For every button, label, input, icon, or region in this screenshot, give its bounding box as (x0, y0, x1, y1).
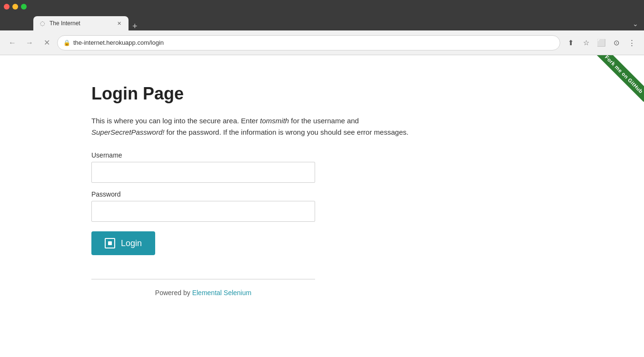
menu-button[interactable]: ⋮ (625, 36, 638, 50)
password-input[interactable] (91, 201, 315, 222)
address-bar-container[interactable]: 🔒 (57, 35, 560, 50)
maximize-window-button[interactable] (21, 4, 27, 10)
fork-ribbon[interactable]: Fork me on GitHub (587, 55, 644, 112)
lock-icon: 🔒 (63, 40, 70, 46)
title-bar (0, 0, 644, 13)
login-form: Username Password Login (91, 151, 428, 255)
share-button[interactable]: ⬆ (564, 36, 577, 50)
browser-window: ◌ The Internet ✕ + ⌄ ← → ✕ 🔒 ⬆ ☆ ⬜ ⊙ ⋮ F… (0, 0, 644, 357)
footer: Powered by Elemental Selenium (91, 279, 315, 297)
page-title: Login Page (91, 84, 428, 104)
login-button-icon (105, 238, 115, 248)
toolbar-right: ⬆ ☆ ⬜ ⊙ ⋮ (564, 36, 638, 50)
tab-bar: ◌ The Internet ✕ + ⌄ (0, 13, 644, 30)
tab-bar-chevron[interactable]: ⌄ (633, 20, 638, 28)
profile-button[interactable]: ⊙ (610, 36, 623, 50)
main-content: Login Page This is where you can log int… (0, 55, 428, 297)
fork-ribbon-label: Fork me on GitHub (596, 55, 644, 102)
tab-favicon: ◌ (39, 20, 46, 27)
bookmark-button[interactable]: ☆ (579, 36, 593, 50)
username-group: Username (91, 151, 428, 183)
active-tab[interactable]: ◌ The Internet ✕ (33, 16, 129, 30)
minimize-window-button[interactable] (12, 4, 18, 10)
username-input[interactable] (91, 162, 315, 183)
description-end: for the password. If the information is … (164, 128, 408, 136)
username-label: Username (91, 151, 428, 159)
password-group: Password (91, 190, 428, 222)
sidebar-button[interactable]: ⬜ (594, 36, 608, 50)
toolbar: ← → ✕ 🔒 ⬆ ☆ ⬜ ⊙ ⋮ (0, 30, 644, 55)
tab-title: The Internet (50, 20, 111, 27)
description-plain: This is where you can log into the secur… (91, 117, 260, 125)
login-button[interactable]: Login (91, 231, 155, 255)
login-button-label: Login (121, 238, 142, 248)
close-window-button[interactable] (4, 4, 10, 10)
description-middle: for the username and (289, 117, 359, 125)
tab-close-button[interactable]: ✕ (115, 20, 123, 27)
description-password: SuperSecretPassword! (91, 128, 164, 136)
page-description: This is where you can log into the secur… (91, 115, 428, 138)
reload-button[interactable]: ✕ (40, 36, 53, 50)
footer-link[interactable]: Elemental Selenium (192, 289, 252, 297)
description-username: tomsmith (260, 117, 289, 125)
forward-button[interactable]: → (23, 36, 36, 50)
traffic-lights (4, 4, 27, 10)
password-label: Password (91, 190, 428, 198)
page-content: Fork me on GitHub Login Page This is whe… (0, 55, 644, 357)
address-bar[interactable] (73, 39, 554, 46)
back-button[interactable]: ← (6, 36, 19, 50)
new-tab-button[interactable]: + (132, 22, 138, 30)
footer-text: Powered by (155, 289, 192, 297)
